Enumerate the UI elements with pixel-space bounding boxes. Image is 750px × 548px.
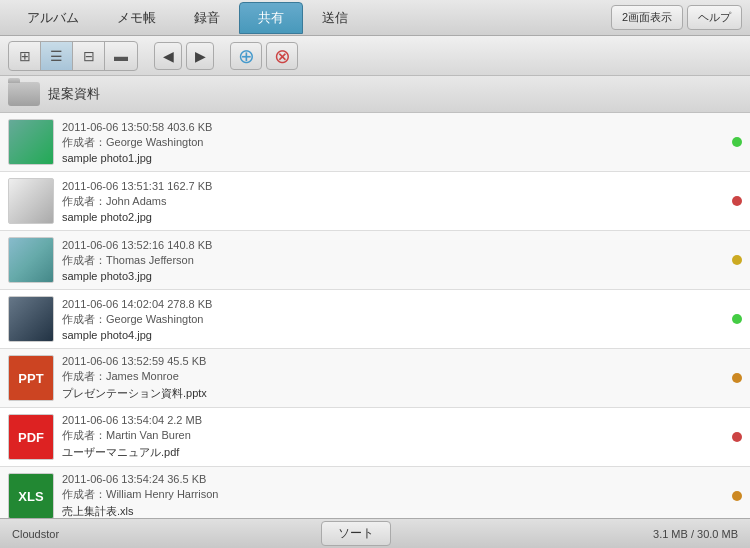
file-row[interactable]: 2011-06-06 13:50:58 403.6 KB 作成者：George … <box>0 113 750 172</box>
main-content: 提案資料 2011-06-06 13:50:58 403.6 KB 作成者：Ge… <box>0 76 750 518</box>
file-meta: 2011-06-06 13:50:58 403.6 KB <box>62 121 728 133</box>
status-dot <box>732 196 742 206</box>
file-thumbnail: PPT <box>8 355 54 401</box>
file-info: 2011-06-06 14:02:04 278.8 KB 作成者：George … <box>62 298 728 341</box>
file-name: プレゼンテーション資料.pptx <box>62 386 728 401</box>
file-meta: 2011-06-06 14:02:04 278.8 KB <box>62 298 728 310</box>
upload-button[interactable]: ⊕ <box>230 42 262 70</box>
file-row[interactable]: XLS 2011-06-06 13:54:24 36.5 KB 作成者：Will… <box>0 467 750 518</box>
file-thumbnail <box>8 296 54 342</box>
back-icon: ◀ <box>163 48 174 64</box>
columns-icon: ⊟ <box>83 48 95 64</box>
file-name: sample photo2.jpg <box>62 211 728 223</box>
delete-icon: ⊗ <box>274 44 291 68</box>
file-name: sample photo4.jpg <box>62 329 728 341</box>
help-button[interactable]: ヘルプ <box>687 5 742 30</box>
status-dot <box>732 432 742 442</box>
file-thumbnail <box>8 237 54 283</box>
top-right-buttons: 2画面表示 ヘルプ <box>611 5 742 30</box>
list-icon: ☰ <box>50 48 63 64</box>
file-meta: 2011-06-06 13:51:31 162.7 KB <box>62 180 728 192</box>
top-nav: アルバム メモ帳 録音 共有 送信 2画面表示 ヘルプ <box>0 0 750 36</box>
folder-header: 提案資料 <box>0 76 750 113</box>
file-author: 作成者：George Washington <box>62 312 728 327</box>
file-author: 作成者：Thomas Jefferson <box>62 253 728 268</box>
status-dot <box>732 314 742 324</box>
file-author: 作成者：James Monroe <box>62 369 728 384</box>
file-name: 売上集計表.xls <box>62 504 728 518</box>
status-bar: Cloudstor ソート 3.1 MB / 30.0 MB <box>0 518 750 548</box>
file-row[interactable]: PDF 2011-06-06 13:54:04 2.2 MB 作成者：Marti… <box>0 408 750 467</box>
file-name: sample photo3.jpg <box>62 270 728 282</box>
file-author: 作成者：William Henry Harrison <box>62 487 728 502</box>
file-meta: 2011-06-06 13:54:24 36.5 KB <box>62 473 728 485</box>
file-name: ユーザーマニュアル.pdf <box>62 445 728 460</box>
tab-album[interactable]: アルバム <box>8 2 98 34</box>
nav-tabs: アルバム メモ帳 録音 共有 送信 <box>8 2 611 34</box>
file-info: 2011-06-06 13:52:59 45.5 KB 作成者：James Mo… <box>62 355 728 401</box>
delete-button[interactable]: ⊗ <box>266 42 298 70</box>
tab-memo[interactable]: メモ帳 <box>98 2 175 34</box>
file-row[interactable]: 2011-06-06 14:02:04 278.8 KB 作成者：George … <box>0 290 750 349</box>
view-columns-button[interactable]: ⊟ <box>73 42 105 70</box>
tab-send[interactable]: 送信 <box>303 2 367 34</box>
file-thumbnail <box>8 178 54 224</box>
back-button[interactable]: ◀ <box>154 42 182 70</box>
storage-label: 3.1 MB / 30.0 MB <box>653 528 738 540</box>
sort-button[interactable]: ソート <box>321 521 391 546</box>
folder-icon <box>8 82 40 106</box>
file-info: 2011-06-06 13:52:16 140.8 KB 作成者：Thomas … <box>62 239 728 282</box>
file-meta: 2011-06-06 13:54:04 2.2 MB <box>62 414 728 426</box>
status-dot <box>732 491 742 501</box>
toolbar: ⊞ ☰ ⊟ ▬ ◀ ▶ ⊕ ⊗ <box>0 36 750 76</box>
view-list-button[interactable]: ☰ <box>41 42 73 70</box>
file-info: 2011-06-06 13:50:58 403.6 KB 作成者：George … <box>62 121 728 164</box>
view-mode-group: ⊞ ☰ ⊟ ▬ <box>8 41 138 71</box>
file-author: 作成者：George Washington <box>62 135 728 150</box>
file-thumbnail: XLS <box>8 473 54 518</box>
file-info: 2011-06-06 13:54:24 36.5 KB 作成者：William … <box>62 473 728 518</box>
file-author: 作成者：John Adams <box>62 194 728 209</box>
file-name: sample photo1.jpg <box>62 152 728 164</box>
forward-icon: ▶ <box>195 48 206 64</box>
status-dot <box>732 373 742 383</box>
file-meta: 2011-06-06 13:52:59 45.5 KB <box>62 355 728 367</box>
tab-share[interactable]: 共有 <box>239 2 303 34</box>
file-author: 作成者：Martin Van Buren <box>62 428 728 443</box>
view-grid-button[interactable]: ⊞ <box>9 42 41 70</box>
file-thumbnail: PDF <box>8 414 54 460</box>
file-meta: 2011-06-06 13:52:16 140.8 KB <box>62 239 728 251</box>
status-dot <box>732 137 742 147</box>
dual-view-button[interactable]: 2画面表示 <box>611 5 683 30</box>
cover-icon: ▬ <box>114 48 128 64</box>
file-info: 2011-06-06 13:51:31 162.7 KB 作成者：John Ad… <box>62 180 728 223</box>
file-thumbnail <box>8 119 54 165</box>
grid-icon: ⊞ <box>19 48 31 64</box>
upload-icon: ⊕ <box>238 44 255 68</box>
tab-record[interactable]: 録音 <box>175 2 239 34</box>
file-row[interactable]: 2011-06-06 13:52:16 140.8 KB 作成者：Thomas … <box>0 231 750 290</box>
app-name-label: Cloudstor <box>12 528 59 540</box>
folder-name: 提案資料 <box>48 85 100 103</box>
forward-button[interactable]: ▶ <box>186 42 214 70</box>
file-info: 2011-06-06 13:54:04 2.2 MB 作成者：Martin Va… <box>62 414 728 460</box>
status-dot <box>732 255 742 265</box>
file-row[interactable]: 2011-06-06 13:51:31 162.7 KB 作成者：John Ad… <box>0 172 750 231</box>
view-cover-button[interactable]: ▬ <box>105 42 137 70</box>
file-row[interactable]: PPT 2011-06-06 13:52:59 45.5 KB 作成者：Jame… <box>0 349 750 408</box>
